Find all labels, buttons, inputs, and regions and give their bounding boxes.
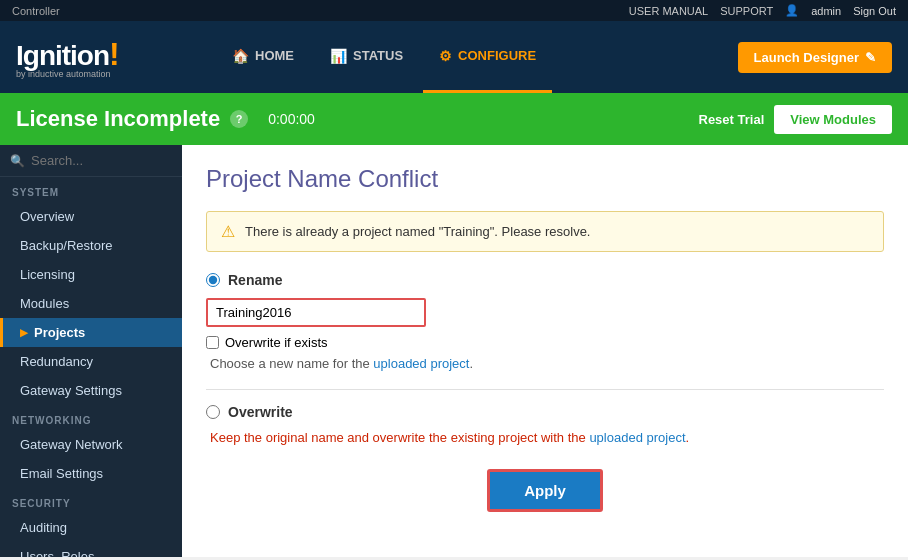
support-link[interactable]: SUPPORT — [720, 5, 773, 17]
sidebar-item-gateway-settings[interactable]: Gateway Settings — [0, 376, 182, 405]
top-bar-right: USER MANUAL SUPPORT 👤 admin Sign Out — [629, 4, 896, 17]
sidebar-item-projects[interactable]: ▶ Projects — [0, 318, 182, 347]
sidebar-item-email-settings[interactable]: Email Settings — [0, 459, 182, 488]
view-modules-button[interactable]: View Modules — [774, 105, 892, 134]
sidebar-item-overview[interactable]: Overview — [0, 202, 182, 231]
rename-radio[interactable] — [206, 273, 220, 287]
system-section-label: SYSTEM — [0, 177, 182, 202]
launch-designer-button[interactable]: Launch Designer ✎ — [738, 42, 892, 73]
logo: Ignition! by inductive automation — [16, 36, 119, 79]
rename-section: Rename Overwrite if exists Choose a new … — [206, 272, 884, 371]
rename-label: Rename — [228, 272, 282, 288]
content-area: Project Name Conflict ⚠ There is already… — [182, 145, 908, 557]
user-icon: 👤 — [785, 4, 799, 17]
user-manual-link[interactable]: USER MANUAL — [629, 5, 708, 17]
nav-home[interactable]: 🏠 HOME — [216, 21, 310, 93]
license-bar-right: Reset Trial View Modules — [699, 105, 893, 134]
page-title: Project Name Conflict — [206, 165, 884, 193]
rename-option-header: Rename — [206, 272, 884, 288]
main-nav: 🏠 HOME 📊 STATUS ⚙ CONFIGURE — [196, 21, 738, 93]
sidebar-item-users-roles[interactable]: Users, Roles — [0, 542, 182, 557]
nav-status[interactable]: 📊 STATUS — [314, 21, 419, 93]
status-icon: 📊 — [330, 48, 347, 64]
launch-icon: ✎ — [865, 50, 876, 65]
uploaded-project-link[interactable]: uploaded project — [373, 356, 469, 371]
reset-trial-button[interactable]: Reset Trial — [699, 112, 765, 127]
overwrite-exists-label: Overwrite if exists — [225, 335, 328, 350]
rename-input[interactable] — [206, 298, 426, 327]
overwrite-exists-row: Overwrite if exists — [206, 335, 884, 350]
overwrite-exists-checkbox[interactable] — [206, 336, 219, 349]
networking-section-label: NETWORKING — [0, 405, 182, 430]
app-name: Controller — [12, 5, 60, 17]
sidebar: 🔍 SYSTEM Overview Backup/Restore Licensi… — [0, 145, 182, 557]
license-help-button[interactable]: ? — [230, 110, 248, 128]
apply-button[interactable]: Apply — [487, 469, 603, 512]
license-title: License Incomplete — [16, 106, 220, 132]
overwrite-section: Overwrite Keep the original name and ove… — [206, 404, 884, 445]
license-timer: 0:00:00 — [268, 111, 315, 127]
sidebar-item-modules[interactable]: Modules — [0, 289, 182, 318]
configure-icon: ⚙ — [439, 48, 452, 64]
overwrite-description: Keep the original name and overwrite the… — [210, 430, 884, 445]
home-icon: 🏠 — [232, 48, 249, 64]
sign-out-link[interactable]: Sign Out — [853, 5, 896, 17]
overwrite-option-header: Overwrite — [206, 404, 884, 420]
warning-icon: ⚠ — [221, 222, 235, 241]
uploaded-project-link2[interactable]: uploaded project — [589, 430, 685, 445]
security-section-label: SECURITY — [0, 488, 182, 513]
divider — [206, 389, 884, 390]
header: Ignition! by inductive automation 🏠 HOME… — [0, 21, 908, 93]
user-name-link[interactable]: admin — [811, 5, 841, 17]
license-bar-left: License Incomplete ? 0:00:00 — [16, 106, 699, 132]
sidebar-item-auditing[interactable]: Auditing — [0, 513, 182, 542]
search-input[interactable] — [31, 153, 172, 168]
warning-text: There is already a project named "Traini… — [245, 224, 590, 239]
active-arrow-icon: ▶ — [20, 327, 28, 338]
apply-section: Apply — [206, 469, 884, 512]
overwrite-label: Overwrite — [228, 404, 293, 420]
search-bar: 🔍 — [0, 145, 182, 177]
main-layout: 🔍 SYSTEM Overview Backup/Restore Licensi… — [0, 145, 908, 557]
nav-configure[interactable]: ⚙ CONFIGURE — [423, 21, 552, 93]
warning-box: ⚠ There is already a project named "Trai… — [206, 211, 884, 252]
overwrite-radio[interactable] — [206, 405, 220, 419]
top-bar: Controller USER MANUAL SUPPORT 👤 admin S… — [0, 0, 908, 21]
search-icon: 🔍 — [10, 154, 25, 168]
license-bar: License Incomplete ? 0:00:00 Reset Trial… — [0, 93, 908, 145]
sidebar-item-licensing[interactable]: Licensing — [0, 260, 182, 289]
logo-area: Ignition! by inductive automation — [16, 36, 196, 79]
rename-help-text: Choose a new name for the uploaded proje… — [210, 356, 884, 371]
header-right: Launch Designer ✎ — [738, 42, 892, 73]
sidebar-item-backup-restore[interactable]: Backup/Restore — [0, 231, 182, 260]
sidebar-item-redundancy[interactable]: Redundancy — [0, 347, 182, 376]
sidebar-item-gateway-network[interactable]: Gateway Network — [0, 430, 182, 459]
